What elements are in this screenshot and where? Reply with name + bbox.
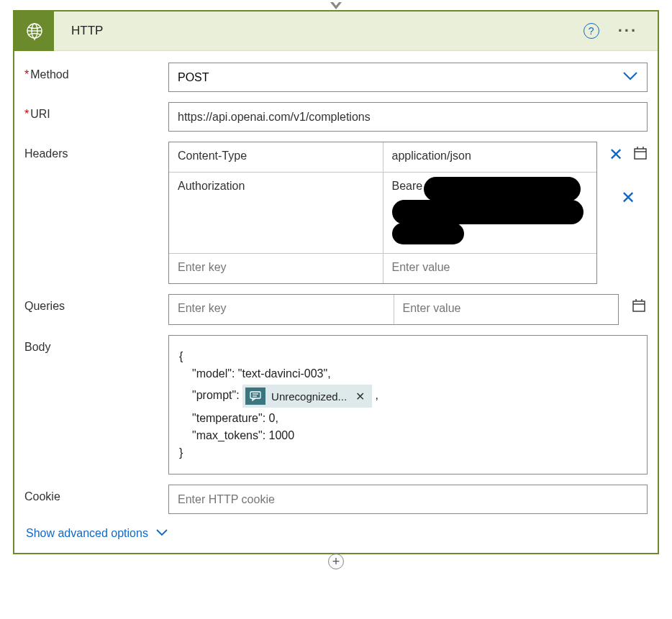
header-value-cell[interactable]: Beare — [383, 173, 597, 253]
queries-label: Queries — [24, 294, 168, 313]
header-value-cell[interactable]: application/json — [383, 142, 597, 172]
redacted-block — [392, 223, 464, 244]
card-title: HTTP — [71, 24, 584, 38]
globe-icon — [14, 12, 54, 51]
uri-label: *URI — [24, 102, 168, 121]
header-row[interactable]: Content-Type application/json — [169, 142, 596, 172]
headers-table: Content-Type application/json Authorizat… — [168, 142, 597, 284]
add-step-button-area: + — [13, 554, 659, 569]
body-text: "model": "text-davinci-003", — [179, 367, 637, 380]
chevron-down-icon — [155, 527, 168, 540]
svg-rect-5 — [635, 149, 646, 159]
more-menu-icon[interactable]: ··· — [618, 23, 637, 39]
method-value: POST — [178, 71, 209, 84]
body-label: Body — [24, 335, 168, 354]
redacted-block — [392, 200, 584, 224]
body-text: "prompt": Un — [179, 385, 637, 408]
uri-input[interactable] — [168, 102, 648, 132]
query-key-placeholder[interactable]: Enter key — [169, 295, 394, 324]
cookie-label: Cookie — [24, 485, 168, 503]
help-icon[interactable]: ? — [584, 23, 599, 39]
header-key-cell[interactable]: Authorization — [169, 173, 383, 253]
method-label: *Method — [24, 63, 168, 81]
body-input[interactable]: { "model": "text-davinci-003", "prompt": — [168, 335, 648, 474]
chip-remove-icon[interactable]: ✕ — [355, 390, 365, 403]
chat-icon — [245, 388, 265, 405]
headers-label: Headers — [24, 142, 168, 160]
header-key-placeholder[interactable]: Enter key — [169, 254, 383, 283]
query-value-placeholder[interactable]: Enter value — [394, 295, 619, 324]
dynamic-content-chip[interactable]: Unrecognized... ✕ — [242, 385, 372, 408]
flow-arrow-down — [13, 0, 659, 10]
cookie-input[interactable] — [168, 485, 648, 514]
delete-header-row-button[interactable]: ✕ — [621, 189, 635, 206]
redacted-block — [424, 177, 581, 201]
http-action-card: HTTP ? ··· *Method POST — [13, 10, 659, 554]
card-header[interactable]: HTTP ? ··· — [14, 12, 658, 51]
header-row[interactable]: Authorization Beare — [169, 172, 596, 253]
svg-rect-9 — [633, 301, 645, 311]
switch-mode-icon[interactable] — [632, 298, 646, 316]
query-row-new[interactable]: Enter key Enter value — [169, 295, 618, 324]
body-text: "temperature": 0, — [179, 412, 637, 425]
svg-rect-13 — [250, 392, 260, 398]
switch-mode-icon[interactable] — [633, 146, 648, 163]
body-text: "max_tokens": 1000 — [179, 429, 637, 442]
chip-label: Unrecognized... — [271, 390, 347, 403]
chevron-down-icon — [622, 71, 638, 84]
header-key-cell[interactable]: Content-Type — [169, 142, 383, 172]
body-text: { — [179, 350, 637, 363]
delete-header-row-button[interactable]: ✕ — [609, 146, 623, 163]
header-value-placeholder[interactable]: Enter value — [383, 254, 597, 283]
show-advanced-options-link[interactable]: Show advanced options — [26, 527, 168, 540]
method-select[interactable]: POST — [168, 63, 648, 92]
add-step-button[interactable]: + — [328, 554, 344, 569]
queries-table: Enter key Enter value — [168, 294, 619, 325]
body-text: } — [179, 446, 637, 459]
auth-value-text: Beare — [392, 180, 423, 192]
header-row-new[interactable]: Enter key Enter value — [169, 253, 596, 283]
